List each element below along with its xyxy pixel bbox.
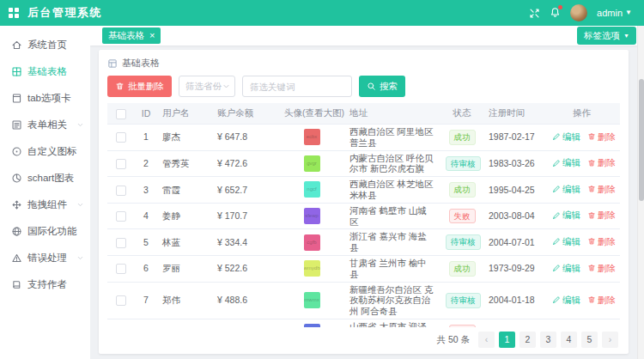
cell-register-date: 1987-02-17: [483, 125, 544, 151]
sidebar-item-1[interactable]: 基础表格: [0, 58, 90, 85]
pagination-page-3[interactable]: 3: [540, 332, 556, 348]
edit-button[interactable]: 编辑: [552, 131, 580, 143]
cell-address: 新疆维吾尔自治区 克孜勒苏柯尔克孜自治州 阿合奇县: [344, 282, 440, 319]
notification-bell-icon[interactable]: [550, 7, 561, 20]
table-card: 基础表格 批量删除 筛选省份 搜索: [99, 50, 629, 354]
cell-id: 1: [135, 125, 157, 151]
cell-id: 4: [135, 203, 157, 229]
user-menu[interactable]: admin ▼: [597, 8, 632, 18]
sidebar-item-7[interactable]: 国际化功能: [0, 218, 90, 245]
edit-button[interactable]: 编辑: [552, 157, 580, 168]
pagination-page-2[interactable]: 2: [519, 332, 536, 348]
app-title: 后台管理系统: [27, 5, 102, 21]
column-header: 注册时间: [483, 103, 544, 125]
cell-id: 6: [135, 255, 157, 282]
form-icon: [11, 119, 22, 131]
edit-icon: [552, 237, 561, 246]
table-toolbar: 批量删除 筛选省份 搜索: [107, 76, 620, 97]
sidebar-item-8[interactable]: 错误处理: [0, 245, 90, 271]
row-checkbox[interactable]: [116, 211, 126, 222]
avatar-thumbnail[interactable]: sfewp: [304, 208, 320, 224]
select-all-checkbox[interactable]: [116, 109, 126, 119]
edit-button[interactable]: 编辑: [552, 184, 580, 195]
sidebar-item-label: 自定义图标: [27, 145, 77, 158]
sidebar-item-3[interactable]: 表单相关: [0, 112, 90, 138]
avatar-thumbnail[interactable]: mwmx: [304, 292, 320, 308]
cell-register-date: 2003-08-04: [483, 203, 544, 229]
cell-address: 河南省 鹤壁市 山城区: [344, 203, 440, 229]
cell-username: 林蓝: [157, 229, 212, 256]
edit-button[interactable]: 编辑: [552, 210, 580, 221]
status-badge: 待审核: [446, 234, 481, 250]
edit-icon: [552, 185, 561, 193]
pagination-page-5[interactable]: 5: [581, 332, 598, 348]
sidebar-item-label: 错误处理: [27, 252, 67, 265]
delete-button[interactable]: 删除: [587, 131, 616, 143]
cell-address: 山西省 太原市 迎泽区: [344, 319, 440, 327]
sidebar-item-label: 国际化功能: [27, 225, 77, 238]
column-header: ID: [135, 103, 157, 125]
cell-register-date: 1973-09-29: [483, 255, 544, 282]
row-checkbox[interactable]: [116, 186, 126, 196]
table-icon: [11, 66, 22, 77]
scrollbar[interactable]: [637, 26, 644, 359]
trash-icon: [587, 295, 596, 304]
row-checkbox[interactable]: [116, 264, 126, 274]
avatar-thumbnail[interactable]: ngcf: [304, 181, 320, 198]
cell-id: 3: [135, 177, 157, 204]
collapse-menu-icon[interactable]: [9, 8, 19, 18]
cell-balance: ¥ 472.6: [212, 150, 279, 177]
row-checkbox[interactable]: [116, 159, 126, 169]
sidebar-item-label: 拖拽组件: [27, 198, 67, 211]
avatar-thumbnail[interactable]: gvgr: [304, 155, 320, 172]
row-checkbox[interactable]: [116, 238, 126, 248]
edit-button[interactable]: 编辑: [552, 236, 580, 247]
edit-icon: [552, 211, 561, 220]
delete-button[interactable]: 删除: [587, 295, 616, 306]
tab-close-icon[interactable]: ×: [149, 31, 155, 40]
warning-icon: [11, 253, 22, 264]
tag-options-button[interactable]: 标签选项 ▼: [577, 27, 636, 45]
tab-basetable[interactable]: 基础表格 ×: [102, 27, 161, 44]
cell-register-date: 2004-01-18: [483, 282, 544, 319]
edit-icon: [552, 295, 561, 304]
keyword-filter-input[interactable]: [242, 76, 352, 97]
main-content: 基础表格 批量删除 筛选省份 搜索: [90, 46, 637, 359]
avatar-thumbnail[interactable]: cgfb: [304, 234, 320, 251]
delete-button[interactable]: 删除: [587, 236, 616, 247]
sidebar-item-5[interactable]: schart图表: [0, 165, 90, 192]
delete-button[interactable]: 删除: [587, 263, 616, 274]
scrollbar-thumb[interactable]: [639, 79, 644, 201]
search-button[interactable]: 搜索: [359, 76, 405, 97]
delete-button[interactable]: 删除: [587, 184, 616, 195]
row-checkbox[interactable]: [116, 295, 126, 306]
table-row: 4姜静¥ 170.7sfewp河南省 鹤壁市 山城区失败2003-08-04编辑…: [107, 203, 620, 229]
table-row: 2管秀英¥ 472.6gvgr内蒙古自治区 呼伦贝尔市 新巴尔虎右旗待审核198…: [107, 150, 620, 177]
edit-button[interactable]: 编辑: [552, 263, 580, 274]
row-checkbox[interactable]: [116, 132, 126, 143]
avatar-thumbnail[interactable]: ecbx: [304, 129, 320, 145]
user-avatar[interactable]: [570, 4, 587, 21]
pagination-page-4[interactable]: 4: [561, 332, 577, 348]
delete-button[interactable]: 删除: [587, 157, 616, 168]
pagination-page-1[interactable]: 1: [499, 332, 515, 348]
pagination-prev-button[interactable]: ‹: [478, 332, 495, 348]
sidebar-item-9[interactable]: 支持作者: [0, 271, 90, 298]
cell-username: 郑伟: [157, 282, 212, 319]
sidebar-item-6[interactable]: 拖拽组件: [0, 192, 90, 218]
sidebar-item-4[interactable]: 自定义图标: [0, 138, 90, 165]
province-filter-select[interactable]: 筛选省份: [179, 76, 235, 97]
fullscreen-icon[interactable]: [529, 8, 540, 19]
pagination-next-button[interactable]: ›: [602, 332, 618, 348]
sidebar-item-2[interactable]: tab选项卡: [0, 85, 90, 112]
sidebar-item-0[interactable]: 系统首页: [0, 32, 90, 58]
batch-delete-button[interactable]: 批量删除: [107, 76, 172, 97]
cell-register-date: 2004-07-01: [483, 229, 544, 256]
chevron-down-icon: [222, 82, 230, 90]
trash-icon: [587, 185, 596, 193]
avatar-thumbnail[interactable]: wmydbs: [304, 260, 320, 277]
column-header: 头像(查看大图): [279, 103, 344, 125]
column-header: 状态: [440, 103, 483, 125]
edit-button[interactable]: 编辑: [552, 295, 580, 306]
delete-button[interactable]: 删除: [587, 210, 616, 221]
